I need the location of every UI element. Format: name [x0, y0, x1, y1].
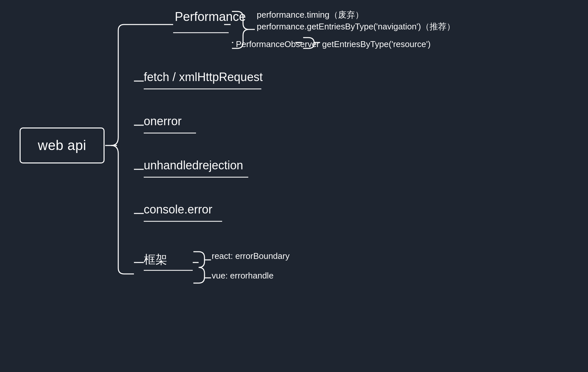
- fetch-branch-label: fetch / xmlHttpRequest: [144, 70, 263, 84]
- perf-observer-label: PerformanceObserver: [236, 39, 319, 49]
- unhandledrejection-branch-label: unhandledrejection: [144, 159, 243, 172]
- onerror-branch-label: onerror: [144, 114, 182, 128]
- web-api-label: web api: [38, 138, 86, 153]
- perf-getentries-label: getEntriesByType('resource'): [322, 39, 431, 49]
- framework-branch-label: 框架: [144, 252, 167, 268]
- perf-entries-label: performance.getEntriesByType('navigation…: [257, 21, 455, 32]
- performance-branch-label: Performance: [175, 10, 246, 24]
- diagram-container: web api Performance fetch / xmlHttpReque…: [0, 0, 588, 372]
- perf-timing-label: performance.timing（废弃）: [257, 9, 364, 21]
- react-label: react: errorBoundary: [212, 251, 289, 261]
- web-api-box: web api: [20, 127, 105, 163]
- diagram-svg: [0, 0, 588, 372]
- console-error-branch-label: console.error: [144, 203, 212, 216]
- vue-label: vue: errorhandle: [212, 271, 273, 281]
